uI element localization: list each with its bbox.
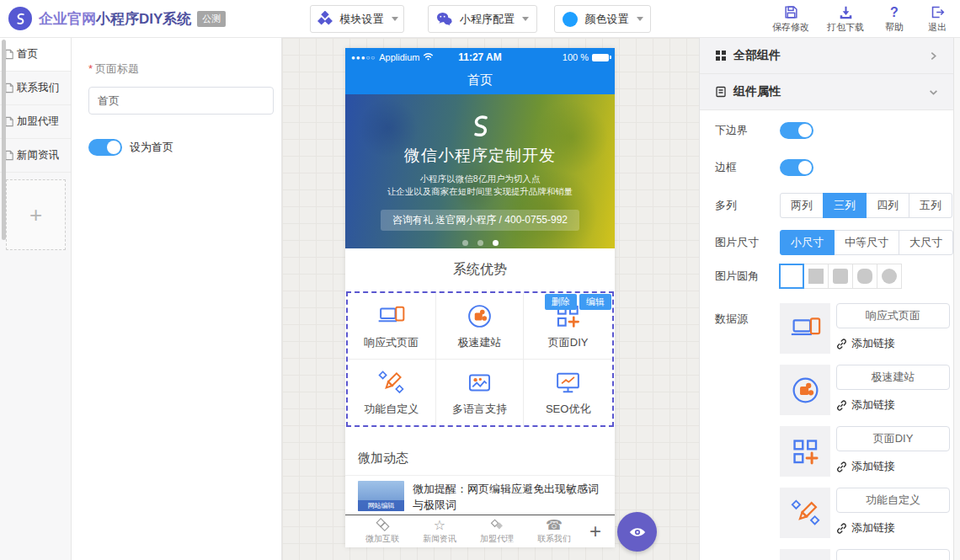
download-icon bbox=[839, 3, 853, 19]
tab-weijia[interactable]: 微加互联 bbox=[354, 518, 411, 545]
add-link-button[interactable]: 添加链接 bbox=[836, 459, 950, 474]
multi-language-icon bbox=[466, 369, 493, 397]
columns-row: 多列 两列 三列 四列 五列 bbox=[700, 193, 953, 218]
help-button[interactable]: ? 帮助 bbox=[880, 3, 909, 34]
radius-option-rounder[interactable] bbox=[852, 264, 877, 289]
add-tab-button[interactable]: + bbox=[589, 520, 606, 543]
border-label: 边框 bbox=[715, 160, 780, 175]
plus-icon: + bbox=[29, 202, 42, 228]
edit-button[interactable]: 编辑 bbox=[579, 294, 611, 310]
radius-option-square-selected[interactable] bbox=[779, 264, 804, 289]
image-size-medium[interactable]: 中等尺寸 bbox=[834, 230, 899, 255]
feature-cells: 响应式页面 极速建站 页面DIY 功能自定义 bbox=[348, 293, 612, 425]
page-title-input[interactable] bbox=[88, 87, 274, 115]
panel-scrollbar-track[interactable] bbox=[953, 38, 960, 560]
columns-option-4[interactable]: 四列 bbox=[866, 193, 909, 218]
tab-contact[interactable]: ☎ 联系我们 bbox=[525, 518, 583, 545]
radius-option-circle[interactable] bbox=[877, 264, 902, 289]
feature-responsive[interactable]: 响应式页面 bbox=[348, 293, 436, 360]
banner-title: 微信小程序定制开发 bbox=[345, 145, 615, 167]
banner-subtitle-2: 让企业以及商家在短时间里实现提升品牌和销量 bbox=[345, 185, 615, 198]
color-settings-label: 颜色设置 bbox=[585, 12, 629, 27]
news-list-item[interactable]: 网站编辑 微加提醒：网页编辑应避免出现敏感词与极限词 bbox=[345, 476, 615, 515]
feature-custom-function[interactable]: 功能自定义 bbox=[348, 360, 436, 425]
tab-label: 微加互联 bbox=[365, 533, 399, 545]
dot bbox=[462, 240, 468, 246]
component-properties-label: 组件属性 bbox=[733, 84, 781, 99]
sidebar-item-agency[interactable]: 加盟代理 bbox=[0, 105, 71, 139]
data-source-tile[interactable] bbox=[780, 303, 830, 354]
link-icon bbox=[836, 461, 847, 472]
all-components-header[interactable]: 全部组件 bbox=[700, 38, 953, 74]
dot bbox=[477, 240, 483, 246]
feature-fast-build[interactable]: 极速建站 bbox=[436, 293, 525, 360]
module-settings-button[interactable]: 模块设置 bbox=[310, 5, 404, 33]
data-source-title-input[interactable] bbox=[836, 426, 950, 451]
columns-segment: 两列 三列 四列 五列 bbox=[780, 193, 952, 218]
exit-button[interactable]: 退出 bbox=[923, 3, 952, 34]
tab-label: 联系我们 bbox=[537, 533, 571, 545]
data-source-title-input[interactable] bbox=[836, 303, 950, 328]
feature-grid-module[interactable]: 删除 编辑 响应式页面 极速建站 页面DIY bbox=[345, 291, 615, 428]
tab-agency[interactable]: 加盟代理 bbox=[468, 518, 525, 545]
data-source-tile[interactable] bbox=[780, 365, 830, 415]
square-shape bbox=[808, 269, 824, 284]
image-size-small[interactable]: 小尺寸 bbox=[780, 230, 835, 255]
panel-scrollbar-thumb[interactable] bbox=[2, 40, 6, 240]
set-home-toggle[interactable] bbox=[88, 139, 122, 156]
image-size-large[interactable]: 大尺寸 bbox=[899, 230, 953, 255]
add-link-button[interactable]: 添加链接 bbox=[836, 520, 950, 536]
dot-active bbox=[493, 240, 499, 246]
bottom-border-toggle[interactable] bbox=[780, 122, 813, 139]
data-source-title-input[interactable] bbox=[836, 488, 950, 513]
delete-button[interactable]: 删除 bbox=[545, 294, 577, 310]
sidebar-item-contact[interactable]: 联系我们 bbox=[0, 72, 71, 105]
sidebar-item-label: 新闻资讯 bbox=[17, 148, 59, 163]
download-button[interactable]: 打包下载 bbox=[825, 3, 866, 34]
app-logo bbox=[8, 7, 32, 30]
sidebar-item-label: 首页 bbox=[17, 47, 38, 61]
preview-button[interactable] bbox=[617, 512, 657, 552]
feature-multi-language[interactable]: 多语言支持 bbox=[436, 360, 525, 425]
data-source-item-partial bbox=[780, 549, 950, 560]
image-size-row: 图片尺寸 小尺寸 中等尺寸 大尺寸 bbox=[700, 230, 953, 255]
banner-carousel-module[interactable]: 微信小程序定制开发 小程序以微信8亿用户为切入点 让企业以及商家在短时间里实现提… bbox=[345, 94, 615, 248]
banner-subtitle-1: 小程序以微信8亿用户为切入点 bbox=[345, 173, 615, 185]
sidebar-item-home[interactable]: 首页 bbox=[0, 38, 71, 72]
sidebar-item-news[interactable]: 新闻资讯 bbox=[0, 139, 71, 173]
chevron-down-icon bbox=[637, 17, 643, 21]
columns-option-5[interactable]: 五列 bbox=[909, 193, 952, 218]
radius-option-rounded[interactable] bbox=[828, 264, 853, 289]
modules-icon bbox=[317, 11, 333, 27]
data-source-title-input[interactable] bbox=[836, 365, 950, 390]
data-source-tile[interactable] bbox=[780, 488, 830, 538]
fast-build-icon bbox=[466, 302, 493, 330]
banner-cta-button[interactable]: 咨询有礼 送官网小程序 / 400-0755-992 bbox=[381, 210, 579, 231]
color-settings-button[interactable]: 颜色设置 bbox=[554, 5, 651, 33]
sidebar-item-label: 联系我们 bbox=[17, 81, 59, 95]
columns-option-3[interactable]: 三列 bbox=[823, 193, 867, 218]
add-link-button[interactable]: 添加链接 bbox=[836, 397, 950, 413]
data-source-list: 添加链接 添加链接 bbox=[780, 303, 950, 560]
radius-option-square[interactable] bbox=[803, 264, 829, 289]
fast-build-icon bbox=[790, 375, 821, 406]
columns-option-2[interactable]: 两列 bbox=[780, 193, 824, 218]
set-home-row: 设为首页 bbox=[88, 139, 173, 156]
miniprogram-config-button[interactable]: 小程序配置 bbox=[428, 5, 537, 33]
data-source-tile[interactable] bbox=[780, 426, 830, 477]
save-button[interactable]: 保存修改 bbox=[771, 3, 811, 34]
add-page-button[interactable]: + bbox=[6, 179, 66, 250]
feature-label: SEO优化 bbox=[546, 402, 590, 417]
add-link-label: 添加链接 bbox=[851, 336, 895, 351]
beta-badge: 公测 bbox=[197, 11, 226, 27]
data-source-title-input[interactable] bbox=[836, 549, 950, 560]
feature-seo[interactable]: SEO优化 bbox=[524, 360, 612, 425]
data-source-tile[interactable] bbox=[780, 549, 830, 560]
page-diy-icon bbox=[790, 436, 821, 467]
add-link-button[interactable]: 添加链接 bbox=[836, 336, 950, 351]
add-link-label: 添加链接 bbox=[851, 397, 895, 413]
component-properties-header[interactable]: 组件属性 bbox=[700, 74, 953, 110]
header-actions: 保存修改 打包下载 ? 帮助 退出 bbox=[771, 3, 952, 34]
border-toggle[interactable] bbox=[780, 159, 813, 176]
tab-news[interactable]: ☆ 新闻资讯 bbox=[411, 518, 468, 545]
